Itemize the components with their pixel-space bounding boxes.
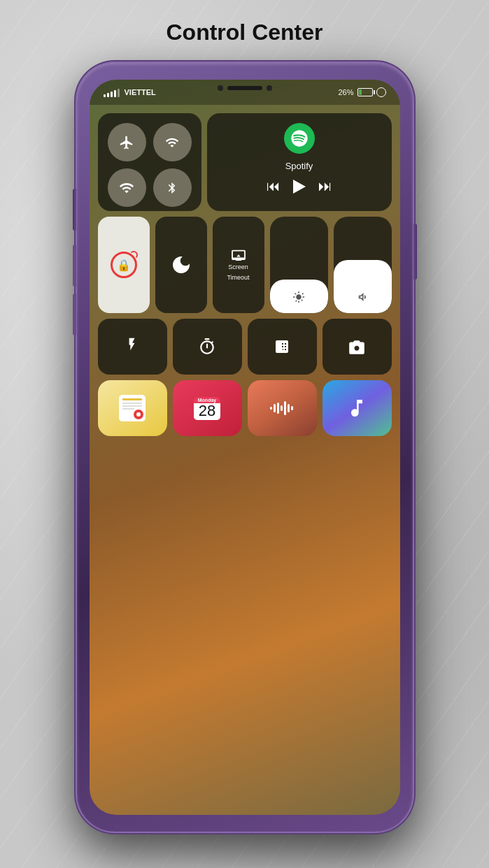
battery-icon <box>357 88 373 96</box>
cellular-icon <box>165 136 179 150</box>
camera-button[interactable] <box>323 319 392 375</box>
camera-icon <box>348 339 366 354</box>
wifi-button[interactable] <box>108 168 146 207</box>
volume-slider[interactable] <box>334 217 392 313</box>
carrier-label: VIETTEL <box>125 88 156 96</box>
spotify-icon <box>290 129 309 148</box>
status-bar: VIETTEL 26% <box>90 80 400 105</box>
bluetooth-icon <box>166 180 178 196</box>
connectivity-row: Spotify ⏮ ⏭ <box>98 113 392 211</box>
bluetooth-button[interactable] <box>153 168 192 207</box>
signal-bar-5 <box>118 89 120 97</box>
music-note-icon <box>346 397 368 419</box>
screen-timeout-label-2: Timeout <box>227 274 249 282</box>
screen-timeout-button[interactable]: Screen Timeout <box>213 217 264 313</box>
rotation-lock-icon <box>376 87 386 97</box>
svg-rect-4 <box>284 401 286 415</box>
spotify-block[interactable]: Spotify ⏮ ⏭ <box>207 113 392 211</box>
timer-icon <box>198 338 216 356</box>
signal-bar-3 <box>111 92 113 97</box>
control-center-grid: Spotify ⏮ ⏭ 🔒 <box>98 113 392 806</box>
spotify-logo <box>284 123 315 154</box>
airplane-icon <box>119 135 134 150</box>
airplane-mode-button[interactable] <box>108 123 146 161</box>
rewind-button[interactable]: ⏮ <box>267 178 281 194</box>
sliders <box>270 217 392 313</box>
do-not-disturb-button[interactable] <box>155 217 207 313</box>
torch-button[interactable] <box>98 319 167 375</box>
play-button[interactable] <box>293 180 306 194</box>
lock-arrow <box>129 251 138 259</box>
fast-forward-button[interactable]: ⏭ <box>318 178 332 194</box>
moon-icon <box>170 254 192 276</box>
svg-rect-3 <box>281 405 283 411</box>
signal-bar-1 <box>104 94 106 97</box>
calendar-day: 28 <box>194 403 220 420</box>
playback-controls: ⏮ ⏭ <box>267 178 332 194</box>
spotify-label: Spotify <box>285 161 313 171</box>
sensor-dot <box>267 85 272 91</box>
page-title: Control Center <box>0 0 489 59</box>
calendar-display: Monday 28 <box>194 397 220 420</box>
lock-ring-icon: 🔒 <box>111 252 137 278</box>
svg-rect-1 <box>274 404 276 412</box>
battery-label: 26% <box>338 88 353 96</box>
phone-screen: VIETTEL 26% <box>90 80 400 815</box>
volume-icon <box>356 291 369 306</box>
svg-rect-5 <box>288 404 290 412</box>
svg-rect-2 <box>277 403 279 414</box>
notes-app-button[interactable] <box>98 380 167 436</box>
voice-memos-button[interactable] <box>248 380 317 436</box>
camera-dot <box>218 85 223 91</box>
signal-bars <box>104 87 120 97</box>
calendar-app-button[interactable]: Monday 28 <box>173 380 242 436</box>
airplay-icon <box>231 248 246 261</box>
brightness-icon <box>292 291 305 306</box>
svg-rect-0 <box>270 407 272 410</box>
wifi-icon <box>119 180 134 196</box>
padlock-icon: 🔒 <box>117 259 131 272</box>
battery-fill <box>359 89 362 95</box>
brightness-slider[interactable] <box>270 217 328 313</box>
signal-bar-4 <box>114 90 116 97</box>
controls-row: 🔒 Screen Timeout <box>98 217 392 313</box>
notch <box>218 85 272 91</box>
calculator-icon <box>274 338 290 355</box>
cellular-data-button[interactable] <box>153 123 192 161</box>
screen-lock-button[interactable]: 🔒 <box>98 217 150 313</box>
timer-button[interactable] <box>173 319 242 375</box>
app-icons-row: Monday 28 <box>98 380 392 436</box>
signal-bar-2 <box>107 93 109 97</box>
quick-actions-row <box>98 319 392 375</box>
svg-rect-6 <box>291 406 293 410</box>
torch-icon <box>125 337 140 356</box>
music-app-button[interactable] <box>323 380 392 436</box>
calculator-button[interactable] <box>248 319 317 375</box>
phone-shell: VIETTEL 26% <box>77 63 413 832</box>
status-right: 26% <box>338 87 385 97</box>
connectivity-block <box>98 113 201 211</box>
speaker-grille <box>227 86 262 90</box>
voice-waveform-icon <box>269 398 295 418</box>
screen-timeout-label: Screen <box>228 263 248 271</box>
